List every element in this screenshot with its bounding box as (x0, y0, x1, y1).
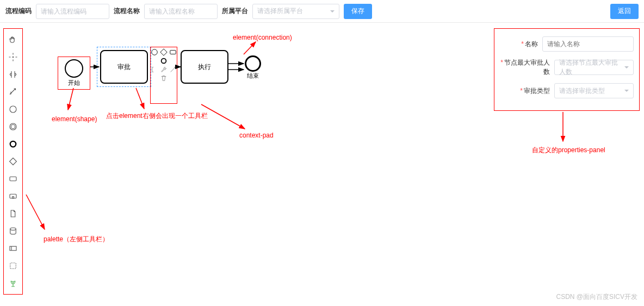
anno-palette: palette（左侧工具栏） (44, 235, 109, 244)
end-event-icon[interactable] (4, 135, 22, 153)
flow-code-label: 流程编码 (5, 7, 32, 16)
svg-point-16 (162, 59, 166, 64)
svg-point-9 (10, 228, 16, 230)
prop-name-input[interactable] (542, 36, 634, 52)
cp-end-event-icon[interactable] (160, 57, 168, 65)
plant-icon[interactable] (4, 274, 22, 292)
hand-tool-icon[interactable] (4, 31, 22, 48)
svg-point-1 (10, 106, 16, 113)
prop-name-label: *名称 (500, 40, 542, 49)
end-node-group: 结束 (245, 55, 261, 80)
flow-name-input[interactable] (144, 4, 218, 19)
svg-rect-12 (10, 263, 16, 269)
context-pad (150, 47, 177, 104)
platform-label: 所属平台 (222, 7, 248, 16)
svg-point-0 (13, 57, 14, 58)
prop-type-select[interactable]: 请选择审批类型 (554, 83, 634, 98)
flow-code-input[interactable] (36, 4, 109, 19)
cp-annotation-icon[interactable] (151, 66, 158, 73)
flow-name-label: 流程名称 (114, 7, 140, 16)
svg-line-21 (244, 42, 256, 54)
approve-task[interactable]: 审批 (100, 50, 148, 84)
cp-gateway-icon[interactable] (160, 48, 168, 56)
gateway-icon[interactable] (4, 153, 22, 170)
svg-point-4 (10, 141, 16, 147)
cp-connect-icon[interactable] (169, 66, 177, 73)
svg-line-24 (201, 104, 245, 129)
svg-point-13 (152, 49, 158, 55)
start-event[interactable] (65, 59, 83, 78)
end-label: 结束 (245, 72, 261, 80)
start-node-highlight: 开始 (58, 57, 90, 90)
space-tool-icon[interactable] (4, 66, 22, 83)
cp-wrench-icon[interactable] (160, 66, 168, 73)
anno-props-panel: 自定义的properties-panel (532, 146, 605, 155)
svg-line-22 (68, 88, 73, 110)
properties-panel: *名称 *节点最大审批人数 请选择节点最大审批人数 *审批类型 请选择审批类型 (494, 28, 640, 111)
platform-select[interactable]: 请选择所属平台 (252, 4, 339, 19)
svg-rect-5 (10, 158, 17, 165)
data-object-icon[interactable] (4, 205, 22, 222)
data-store-icon[interactable] (4, 222, 22, 240)
participant-icon[interactable] (4, 240, 22, 257)
exec-task[interactable]: 执行 (181, 50, 228, 84)
watermark: CSDN @面向百度SICV开发 (556, 292, 637, 302)
cp-task-icon[interactable] (169, 48, 177, 56)
anno-context-pad: context-pad (239, 132, 274, 139)
svg-rect-10 (10, 246, 16, 251)
svg-rect-6 (10, 177, 16, 181)
cp-trash-icon[interactable] (160, 74, 168, 82)
start-event-icon[interactable] (4, 101, 22, 118)
svg-rect-14 (160, 49, 167, 55)
back-button[interactable]: 返回 (610, 4, 639, 19)
anno-shape: element(shape) (52, 115, 97, 123)
prop-max-select[interactable]: 请选择节点最大审批人数 (554, 60, 634, 75)
anno-context-click: 点击element右侧会出现一个工具栏 (106, 111, 208, 121)
svg-rect-7 (10, 194, 16, 198)
connect-tool-icon[interactable] (4, 83, 22, 101)
anno-connection: element(connection) (233, 34, 292, 41)
svg-rect-8 (13, 197, 14, 198)
palette (3, 28, 23, 295)
group-icon[interactable] (4, 257, 22, 274)
start-label: 开始 (58, 79, 90, 87)
intermediate-event-icon[interactable] (4, 118, 22, 135)
task-icon[interactable] (4, 170, 22, 188)
svg-rect-15 (170, 51, 176, 54)
svg-point-3 (11, 124, 15, 129)
end-event[interactable] (245, 55, 261, 72)
header-bar: 流程编码 流程名称 所属平台 请选择所属平台 保存 返回 (0, 0, 644, 23)
cp-start-event-icon[interactable] (151, 48, 158, 56)
lasso-tool-icon[interactable] (4, 48, 22, 66)
save-button[interactable]: 保存 (344, 4, 372, 19)
prop-type-label: *审批类型 (500, 86, 554, 96)
svg-line-23 (136, 88, 144, 109)
prop-max-label: *节点最大审批人数 (500, 58, 554, 77)
subprocess-icon[interactable] (4, 188, 22, 205)
